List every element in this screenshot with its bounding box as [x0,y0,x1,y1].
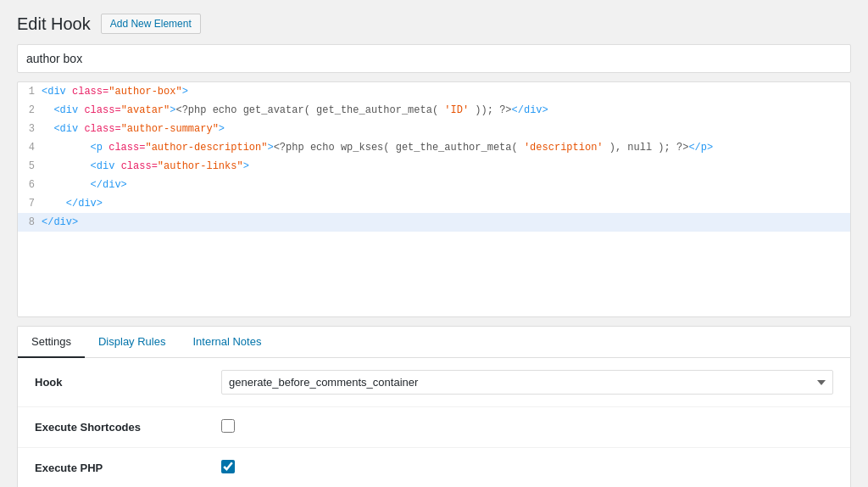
code-line-7: 7 </div> [18,194,850,213]
line-number: 7 [18,195,42,212]
add-new-element-button[interactable]: Add New Element [101,14,201,34]
hook-select[interactable]: generate_before_comments_container [221,370,833,395]
line-content: <div class="avatar"><?php echo get_avata… [42,102,850,119]
settings-row-hook: Hook generate_before_comments_container [18,358,850,407]
code-line-3: 3 <div class="author-summary"> [18,120,850,138]
page-title: Edit Hook [17,14,91,34]
code-editor: 1 <div class="author-box"> 2 <div class=… [17,81,851,317]
tab-settings[interactable]: Settings [18,327,85,358]
code-line-6: 6 </div> [18,176,850,194]
execute-php-control [221,460,833,476]
line-number: 4 [18,139,42,156]
line-content: </div> [42,176,850,193]
code-line-4: 4 <p class="author-description"><?php ec… [18,138,850,157]
line-number: 5 [18,158,42,175]
code-line-8: 8 </div> [18,213,850,232]
hook-name-input[interactable] [17,44,851,73]
line-number: 8 [18,214,42,231]
execute-php-label: Execute PHP [35,462,221,474]
code-empty-area [18,232,850,316]
code-line-5: 5 <div class="author-links"> [18,157,850,176]
line-number: 2 [18,102,42,119]
line-content: <p class="author-description"><?php echo… [42,139,850,156]
line-number: 3 [18,120,42,137]
line-content: <div class="author-summary"> [42,120,850,137]
line-content: </div> [42,214,850,231]
settings-panel: Hook generate_before_comments_container … [17,357,851,487]
execute-shortcodes-label: Execute Shortcodes [35,421,221,434]
line-content: </div> [42,195,850,212]
tabs-bar: Settings Display Rules Internal Notes [17,326,851,357]
line-number: 1 [18,83,42,100]
tab-display-rules[interactable]: Display Rules [85,327,179,358]
code-line-2: 2 <div class="avatar"><?php echo get_ava… [18,101,850,120]
hook-control: generate_before_comments_container [221,370,833,395]
execute-shortcodes-control [221,419,833,435]
settings-row-execute-php: Execute PHP [18,448,850,487]
execute-shortcodes-checkbox[interactable] [221,419,235,433]
line-content: <div class="author-box"> [42,83,850,100]
execute-php-checkbox[interactable] [221,460,235,473]
code-line-1: 1 <div class="author-box"> [18,82,850,101]
tab-internal-notes[interactable]: Internal Notes [179,327,275,358]
line-content: <div class="author-links"> [42,158,850,175]
hook-label: Hook [35,376,221,389]
line-number: 6 [18,176,42,193]
page-header: Edit Hook Add New Element [17,14,851,34]
settings-row-execute-shortcodes: Execute Shortcodes [18,407,850,448]
